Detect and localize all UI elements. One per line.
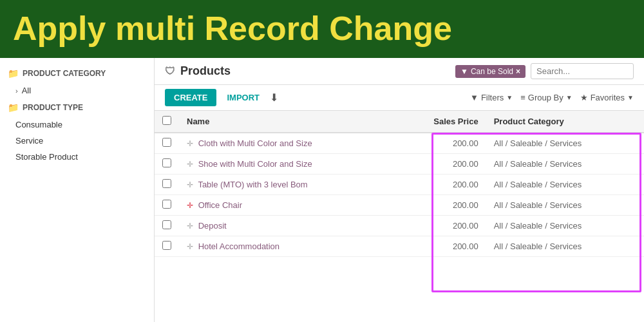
download-button[interactable]: ⬇ [270,91,278,104]
sidebar-item-all[interactable]: › All [0,82,154,99]
row-category-cell-2: All / Saleable / Services [486,175,644,195]
row-checkbox-cell-1[interactable] [155,154,179,175]
drag-icon-1: ✛ [187,160,193,169]
sidebar-item-storable[interactable]: Storable Product [0,149,154,165]
row-checkbox-0[interactable] [162,138,171,147]
filter-label: Can be Sold [471,67,513,76]
row-name-cell-3[interactable]: ✛ Office Chair [179,195,394,216]
sidebar-section-label-category: PRODUCT CATEGORY [23,69,106,78]
row-name-3[interactable]: Office Chair [198,200,242,210]
row-category-cell-5: All / Saleable / Services [486,236,644,257]
row-name-cell-2[interactable]: ✛ Table (MTO) with 3 level Bom [179,175,394,195]
row-name-cell-5[interactable]: ✛ Hotel Accommodation [179,236,394,257]
row-checkbox-5[interactable] [162,241,171,250]
row-category-cell-0: All / Saleable / Services [486,133,644,154]
row-category-cell-3: All / Saleable / Services [486,195,644,216]
row-name-cell-0[interactable]: ✛ Cloth with Multi Color and Size [179,133,394,154]
table-header-row: Name Sales Price Product Category [155,111,644,133]
row-price-cell-4: 200.00 [394,216,486,236]
sidebar-item-consumable-label: Consumable [15,120,62,129]
row-name-2[interactable]: Table (MTO) with 3 level Bom [198,180,307,189]
col-header-product-category: Product Category [486,111,644,133]
toolbar: CREATE IMPORT ⬇ ▼ Filters ▼ ≡ Group By ▼… [155,85,644,111]
row-checkbox-4[interactable] [162,220,171,229]
sidebar-section-label-type: PRODUCT TYPE [23,103,83,112]
chevron-icon-all: › [15,87,18,95]
table-row: ✛ Office Chair 200.00 All / Saleable / S… [155,195,644,216]
groupby-arrow-icon: ▼ [566,94,573,101]
filter-icon: ▼ [460,67,468,76]
table-row: ✛ Table (MTO) with 3 level Bom 200.00 Al… [155,175,644,195]
groupby-label: Group By [528,93,564,102]
drag-icon-4: ✛ [187,222,193,231]
filters-label: Filters [481,93,504,102]
col-header-name: Name [179,111,394,133]
row-price-cell-2: 200.00 [394,175,486,195]
row-price-cell-5: 200.00 [394,236,486,257]
filter-funnel-icon: ▼ [470,93,478,102]
toolbar-right: ▼ Filters ▼ ≡ Group By ▼ ★ Favorites ▼ [470,93,634,102]
row-checkbox-1[interactable] [162,158,171,167]
row-checkbox-2[interactable] [162,179,171,188]
row-name-cell-1[interactable]: ✛ Shoe with Multi Color and Size [179,154,394,175]
title-bar: 🛡 Products ▼ Can be Sold × [155,58,644,85]
sidebar-item-service-label: Service [15,136,43,146]
create-button[interactable]: CREATE [165,89,216,106]
col-header-sales-price: Sales Price [394,111,486,133]
row-price-cell-1: 200.00 [394,154,486,175]
sidebar: 📁 PRODUCT CATEGORY › All 📁 PRODUCT TYPE … [0,58,155,322]
filters-button[interactable]: ▼ Filters ▼ [470,93,513,102]
import-button[interactable]: IMPORT [222,89,265,106]
row-price-cell-0: 200.00 [394,133,486,154]
row-checkbox-cell-2[interactable] [155,175,179,195]
page-title: Apply multi Record Change [13,10,452,47]
groupby-icon: ≡ [520,93,526,102]
row-checkbox-cell-4[interactable] [155,216,179,236]
filter-badge[interactable]: ▼ Can be Sold × [455,65,526,78]
select-all-checkbox[interactable] [162,116,171,125]
row-category-cell-4: All / Saleable / Services [486,216,644,236]
folder-icon-category: 📁 [8,68,19,79]
select-all-col[interactable] [155,111,179,133]
folder-icon-type: 📁 [8,102,19,113]
filter-close-icon[interactable]: × [516,67,520,76]
row-category-cell-1: All / Saleable / Services [486,154,644,175]
sidebar-item-consumable[interactable]: Consumable [0,117,154,133]
table-wrapper: Name Sales Price Product Category [155,111,644,322]
page-heading: 🛡 Products [165,64,231,78]
row-name-cell-4[interactable]: ✛ Deposit [179,216,394,236]
table-row: ✛ Deposit 200.00 All / Saleable / Servic… [155,216,644,236]
title-bar-right: ▼ Can be Sold × [455,63,634,79]
row-name-0[interactable]: Cloth with Multi Color and Size [198,138,312,148]
row-name-5[interactable]: Hotel Accommodation [198,242,279,251]
drag-icon-0: ✛ [187,139,193,148]
row-checkbox-3[interactable] [162,200,171,209]
drag-icon-3: ✛ [187,201,193,210]
sidebar-item-all-label: All [22,86,31,95]
row-checkbox-cell-0[interactable] [155,133,179,154]
header-banner: Apply multi Record Change [0,0,644,58]
sidebar-section-product-type: 📁 PRODUCT TYPE [0,99,154,117]
toolbar-left: CREATE IMPORT ⬇ [165,89,278,106]
search-input[interactable] [531,63,634,79]
row-checkbox-cell-3[interactable] [155,195,179,216]
group-by-button[interactable]: ≡ Group By ▼ [520,93,572,102]
content-area: 🛡 Products ▼ Can be Sold × CREATE IMPORT… [155,58,644,322]
star-icon: ★ [580,93,588,102]
table-row: ✛ Hotel Accommodation 200.00 All / Salea… [155,236,644,257]
drag-icon-2: ✛ [187,180,193,189]
table-row: ✛ Cloth with Multi Color and Size 200.00… [155,133,644,154]
row-price-cell-3: 200.00 [394,195,486,216]
products-table: Name Sales Price Product Category [155,111,644,257]
favorites-label: Favorites [591,93,625,102]
row-name-1[interactable]: Shoe with Multi Color and Size [198,159,312,169]
breadcrumb-label: Products [180,64,231,78]
main-container: 📁 PRODUCT CATEGORY › All 📁 PRODUCT TYPE … [0,58,644,322]
row-checkbox-cell-5[interactable] [155,236,179,257]
favorites-button[interactable]: ★ Favorites ▼ [580,93,634,102]
shield-icon: 🛡 [165,66,175,77]
table-row: ✛ Shoe with Multi Color and Size 200.00 … [155,154,644,175]
sidebar-section-product-category: 📁 PRODUCT CATEGORY [0,64,154,82]
row-name-4[interactable]: Deposit [198,221,227,231]
sidebar-item-service[interactable]: Service [0,133,154,149]
